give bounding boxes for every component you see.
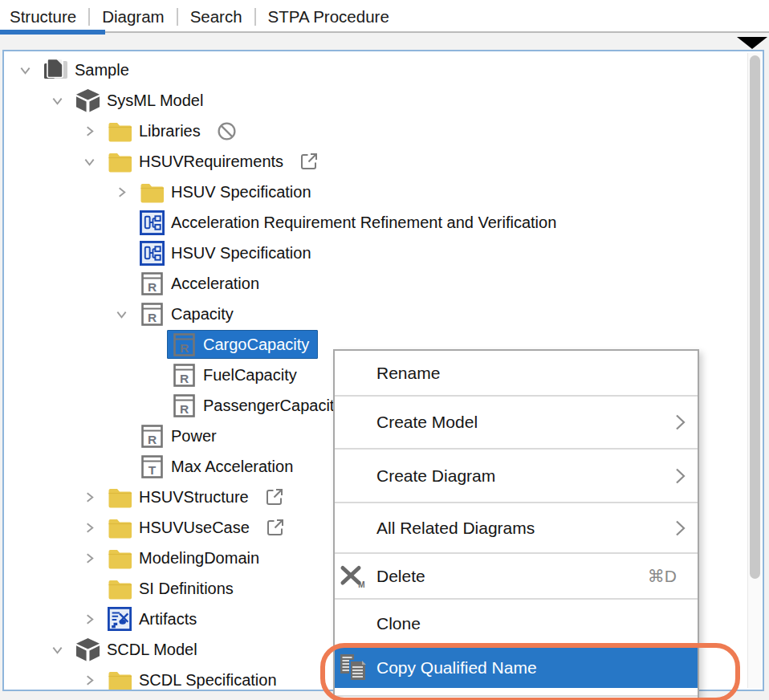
menu-shortcut: ⌘D (648, 567, 677, 586)
tree-item-label: Artifacts (139, 610, 197, 629)
tree-item[interactable]: SI Definitions (103, 574, 242, 603)
menu-spacer (335, 688, 698, 695)
tree-item-label: CargoCapacity (203, 336, 309, 354)
tree-item[interactable]: ModelingDomain (103, 543, 268, 572)
tree-item-label: PassengerCapacity (203, 397, 342, 415)
chevron-right-icon[interactable] (75, 674, 103, 686)
tree-item[interactable]: Libraries (103, 116, 210, 145)
menu-item-clone[interactable]: Clone (335, 600, 698, 648)
tree-item-label: Max Acceleration (171, 458, 293, 476)
folder-icon (106, 669, 133, 691)
tree-item[interactable]: RPassengerCapacity (167, 391, 351, 420)
tree-item[interactable]: SCDL Specification (103, 665, 286, 691)
chevron-right-icon[interactable] (108, 186, 135, 198)
diagram-icon (138, 241, 165, 266)
tree-item[interactable]: RPower (135, 421, 226, 450)
tree-item-label: Libraries (139, 122, 201, 140)
menu-item-label: Delete (376, 567, 425, 586)
tab-label: STPA Procedure (268, 7, 389, 26)
svg-text:R: R (179, 340, 188, 354)
menu-item-copy-qualified-name[interactable]: Copy Qualified Name (335, 648, 698, 688)
tab-label: Diagram (102, 7, 164, 26)
tree-item[interactable]: Sample (39, 55, 138, 84)
chevron-down-icon[interactable] (11, 64, 39, 76)
menu-item-delete[interactable]: MDelete⌘D (335, 554, 698, 598)
tab-diagram[interactable]: Diagram (90, 7, 176, 26)
tab-search[interactable]: Search (178, 7, 254, 26)
submenu-chevron-icon (675, 413, 686, 431)
tab-stpa-procedure[interactable]: STPA Procedure (256, 7, 401, 26)
chevron-right-icon[interactable] (75, 522, 103, 534)
requirement-icon: R (170, 333, 197, 356)
svg-text:R: R (147, 432, 156, 446)
menu-item-create-model[interactable]: Create Model (335, 397, 698, 448)
menu-spacer (335, 697, 698, 700)
menu-item-all-related-diagrams[interactable]: All Related Diagrams (335, 503, 698, 552)
folder-icon (106, 120, 133, 142)
delete-icon: M (339, 564, 366, 588)
external-link-icon (299, 152, 319, 171)
tree-item-label: SCDL Specification (139, 671, 277, 690)
tab-structure[interactable]: Structure (10, 7, 88, 26)
svg-text:R: R (147, 279, 156, 293)
artifacts-icon (106, 607, 133, 631)
menu-item-label: Create Model (376, 413, 478, 432)
tree-item-label: HSUVUseCase (139, 519, 250, 537)
tree-item-label: ModelingDomain (139, 549, 259, 568)
tree-row-sample: Sample (4, 55, 748, 85)
tree-item-label: Sample (75, 61, 129, 79)
tree-item-label: SI Definitions (139, 580, 234, 598)
tree-item-label: Acceleration (171, 275, 259, 293)
tree-item-label: HSUVStructure (139, 488, 249, 507)
tree-item[interactable]: SysML Model (71, 86, 212, 115)
tree-item[interactable]: Acceleration Requirement Refinement and … (135, 208, 565, 237)
value-type-icon: T (138, 455, 165, 478)
chevron-down-icon[interactable] (75, 156, 103, 168)
menu-item-label: Rename (376, 364, 440, 383)
tree-row-hsuv-specification: HSUV Specification (4, 238, 748, 268)
tree-row-libraries: Libraries (4, 116, 748, 146)
external-link-icon (266, 518, 285, 537)
menu-item-label: Copy Qualified Name (376, 658, 537, 678)
tree-item[interactable]: RAcceleration (135, 269, 268, 298)
chevron-right-icon[interactable] (75, 491, 103, 503)
tree-row-acceleration-requirement-refinement-and-verification: Acceleration Requirement Refinement and … (4, 207, 748, 238)
tree-item[interactable]: HSUV Specification (135, 177, 320, 206)
copy-icon (339, 653, 372, 682)
cube-icon (74, 88, 101, 113)
svg-text:R: R (179, 371, 188, 385)
chevron-right-icon[interactable] (75, 613, 103, 625)
folder-icon (138, 181, 165, 203)
tree-item[interactable]: Artifacts (103, 604, 205, 633)
menu-item-create-diagram[interactable]: Create Diagram (335, 450, 698, 502)
tree-item[interactable]: RCargoCapacity (167, 330, 318, 359)
collapse-triangle-icon[interactable] (737, 37, 767, 49)
header-strip (0, 33, 769, 50)
chevron-down-icon[interactable] (108, 308, 135, 320)
menu-item-label: Clone (376, 614, 421, 633)
tree-item[interactable]: HSUVUseCase (103, 513, 258, 542)
scrollbar-thumb[interactable] (750, 55, 760, 579)
tree-item[interactable]: HSUVRequirements (103, 147, 292, 176)
chevron-right-icon[interactable] (75, 552, 103, 564)
menu-item-rename[interactable]: Rename (335, 351, 698, 395)
tab-label: Structure (10, 7, 76, 26)
tree-item-label: SysML Model (107, 92, 203, 110)
tree-item[interactable]: RFuelCapacity (167, 360, 306, 389)
chevron-down-icon[interactable] (43, 95, 71, 107)
tree-item[interactable]: HSUVStructure (103, 482, 258, 511)
requirement-icon: R (138, 425, 165, 448)
submenu-chevron-icon (675, 467, 686, 485)
tree-item-label: Acceleration Requirement Refinement and … (171, 214, 556, 232)
tree-item[interactable]: SCDL Model (71, 635, 206, 664)
tree-item[interactable]: HSUV Specification (135, 238, 320, 267)
tree-item-label: HSUV Specification (171, 244, 311, 262)
menu-item-label: Create Diagram (376, 466, 495, 486)
tree-item[interactable]: RCapacity (135, 299, 242, 328)
tree-item[interactable]: TMax Acceleration (135, 452, 302, 481)
chevron-right-icon[interactable] (75, 125, 103, 137)
scrollbar-track[interactable] (747, 53, 762, 688)
folder-icon (106, 517, 133, 539)
tree-row-hsuvrequirements: HSUVRequirements (4, 146, 748, 177)
chevron-down-icon[interactable] (43, 644, 71, 656)
